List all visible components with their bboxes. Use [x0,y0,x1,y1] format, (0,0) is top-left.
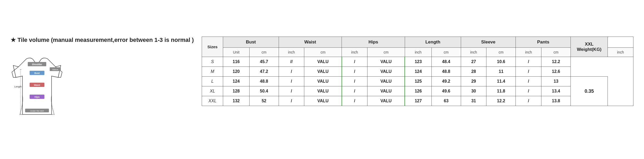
svg-text:Waist: Waist [34,84,40,86]
shirt-diagram: Shoulder Bust Waist Hips Length Under th… [11,48,63,122]
table-cell: / [279,67,304,77]
table-cell: 132 [223,96,249,106]
table-cell: 45.7 [249,57,279,67]
svg-text:Sleeve: Sleeve [52,68,58,71]
table-cell: 127 [405,96,431,106]
bust-inch-unit: inch [279,48,304,57]
sizes-header: Sizes [202,37,223,57]
table-cell: 125 [405,77,431,86]
table-cell: M [202,67,223,77]
svg-text:Bust: Bust [34,72,40,74]
table-cell: 13.8 [541,96,571,106]
table-cell: VALU [304,57,342,67]
length-inch-unit: inch [461,48,486,57]
table-cell: / [342,57,367,67]
table-cell: 13 [541,77,571,86]
table-cell: 47.2 [249,67,279,77]
waist-header: Waist [279,37,342,48]
table-cell: 128 [223,86,249,96]
table-cell: 48.8 [431,67,461,77]
table-cell: 10.6 [486,57,516,67]
table-cell: 50.4 [249,86,279,96]
hips-cm-unit: cm [367,48,405,57]
table-cell: 12.6 [541,67,571,77]
table-cell: 124 [405,67,431,77]
table-cell: XL [202,86,223,96]
pants-inch-unit: inch [608,48,633,57]
table-cell: 11.4 [486,77,516,86]
table-cell: 27 [461,57,486,67]
table-cell: / [279,86,304,96]
length-header: Length [405,37,461,48]
bust-header: Bust [223,37,279,48]
table-cell: 48.4 [431,57,461,67]
waist-cm-unit: cm [304,48,342,57]
xxl-weight-header: XXL Weight(KG) [571,37,608,57]
unit-label: Unit [223,48,249,57]
sleeve-cm-unit: cm [486,48,516,57]
star-icon: ★ [11,37,16,43]
pants-cm-unit: cm [541,48,571,57]
page-container: ★Tile volume (manual measurement,error b… [11,37,633,122]
table-cell: 123 [405,57,431,67]
table-cell: / [279,77,304,86]
size-table-section: Sizes Bust Waist Hips Length Sleeve Pant… [202,37,633,106]
sleeve-header: Sleeve [461,37,516,48]
bust-cm-unit: cm [249,48,279,57]
table-cell: XXL [202,96,223,106]
table-cell: 63 [431,96,461,106]
table-cell: VALU [367,77,405,86]
table-cell: 12.2 [541,57,571,67]
table-row: XXL13252/VALU/VALU127633112.2/13.8 [202,96,633,106]
table-row: L12448.8/VALU/VALU12549.22911.4/130.35 [202,77,633,86]
table-row: XL12850.4/VALU/VALU12649.63011.8/13.4 [202,86,633,96]
table-cell: VALU [304,96,342,106]
table-cell: / [516,57,541,67]
table-cell: / [342,96,367,106]
hips-inch-unit: inch [405,48,431,57]
table-cell: 124 [223,77,249,86]
waist-inch-unit: inch [342,48,367,57]
table-cell: S [202,57,223,67]
table-cell: 49.6 [431,86,461,96]
svg-text:Hips: Hips [34,96,40,98]
table-cell: 12.2 [486,96,516,106]
table-cell: L [202,77,223,86]
table-cell: / [516,67,541,77]
table-cell: / [342,77,367,86]
table-cell: / [516,77,541,86]
table-cell: 28 [461,67,486,77]
size-table: Sizes Bust Waist Hips Length Sleeve Pant… [202,37,633,106]
table-cell: / [279,96,304,106]
table-cell: / [342,67,367,77]
table-cell: VALU [367,67,405,77]
table-cell: 116 [223,57,249,67]
table-cell: VALU [367,96,405,106]
table-cell: VALU [367,86,405,96]
length-cm-unit: cm [431,48,461,57]
table-row: M12047.2/VALU/VALU12448.82811/12.6 [202,67,633,77]
table-cell: // [279,57,304,67]
table-cell: / [516,96,541,106]
table-cell: 126 [405,86,431,96]
table-cell: 48.8 [249,77,279,86]
table-cell: 11.8 [486,86,516,96]
left-panel: ★Tile volume (manual measurement,error b… [11,37,194,122]
svg-text:Shoulder: Shoulder [32,63,42,66]
table-cell: 29 [461,77,486,86]
table-cell: 49.2 [431,77,461,86]
table-cell: 30 [461,86,486,96]
page-title: ★Tile volume (manual measurement,error b… [11,37,194,43]
table-cell: 11 [486,67,516,77]
table-cell: / [516,86,541,96]
table-row: S11645.7//VALU/VALU12348.42710.6/12.2 [202,57,633,67]
svg-text:Under the skirt: Under the skirt [30,110,44,112]
table-cell: VALU [304,86,342,96]
table-cell: / [342,86,367,96]
pants-header: Pants [516,37,571,48]
table-cell: 52 [249,96,279,106]
table-cell: VALU [304,77,342,86]
table-cell: VALU [367,57,405,67]
table-cell: 13.4 [541,86,571,96]
weight-value: 0.35 [571,77,608,106]
